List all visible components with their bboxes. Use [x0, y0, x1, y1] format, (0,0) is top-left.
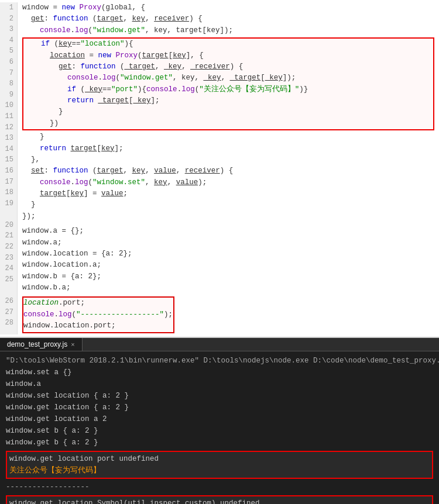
console-highlight-line: window.get location port undefined — [9, 453, 430, 465]
tab-demo-test-proxy[interactable]: demo_test_proxy.js × — [0, 338, 83, 351]
tab-label: demo_test_proxy.js — [7, 340, 67, 348]
code-line: console.log("------------------"); — [23, 309, 173, 320]
line-numbers: 1 2 3 4 5 6 7 8 9 10 11 12 13 14 15 16 1… — [0, 2, 18, 334]
code-line: window = new Proxy(global, { — [22, 2, 434, 13]
code-line: return _target[_key]; — [23, 95, 433, 106]
code-line: if (_key=="port"){console.log("关注公众号【妄为写… — [23, 84, 433, 95]
code-line: return target[key]; — [22, 143, 434, 154]
code-line: }); — [22, 211, 434, 222]
highlighted-block-1: if (key=="location"){ location = new Pro… — [22, 37, 434, 130]
code-line: console.log("window.get", key, target[ke… — [22, 25, 434, 36]
code-line: window.b = {a: 2}; — [22, 271, 434, 282]
code-line: window.location.port; — [23, 320, 173, 332]
code-line: }, — [22, 154, 434, 165]
code-line: if (key=="location"){ — [23, 39, 433, 50]
console-section: demo_test_proxy.js × "D:\tools\WebStorm … — [0, 338, 439, 505]
console-highlight-2: window.get location Symbol(util.inspect.… — [6, 495, 433, 505]
console-highlight-1: window.get location port undefined 关注公众号… — [6, 451, 433, 479]
code-line: window.a; — [22, 237, 434, 248]
code-line: get: function (target, key, receiver) { — [22, 13, 434, 25]
highlighted-block-2: location.port; console.log("------------… — [22, 296, 174, 333]
code-line: get: function (_target, _key, _receiver)… — [23, 61, 433, 73]
console-highlight-line: window.get location Symbol(util.inspect.… — [9, 498, 430, 505]
console-cmd-line: "D:\tools\WebStorm 2018.2.1\bin\runnerw.… — [6, 355, 433, 367]
console-line: window.a — [6, 378, 433, 390]
console-line: window.set location { a: 2 } — [6, 390, 433, 402]
console-output: "D:\tools\WebStorm 2018.2.1\bin\runnerw.… — [0, 351, 439, 505]
app-container: 1 2 3 4 5 6 7 8 9 10 11 12 13 14 15 16 1… — [0, 0, 439, 504]
console-separator: ------------------- — [6, 481, 433, 493]
code-line: } — [23, 106, 433, 118]
console-line: window.set a {} — [6, 367, 433, 378]
code-line: }) — [23, 118, 433, 129]
console-line: window.get b { a: 2 } — [6, 437, 433, 448]
console-highlight-line: 关注公众号【妄为写代码】 — [9, 465, 430, 477]
code-line: window.location.a; — [22, 260, 434, 271]
code-line: target[key] = value; — [22, 188, 434, 199]
code-editor: 1 2 3 4 5 6 7 8 9 10 11 12 13 14 15 16 1… — [0, 0, 439, 338]
tab-close-button[interactable]: × — [71, 341, 74, 348]
console-line: window.get location { a: 2 } — [6, 402, 433, 413]
code-area: 1 2 3 4 5 6 7 8 9 10 11 12 13 14 15 16 1… — [0, 0, 439, 337]
code-line: } — [22, 199, 434, 210]
code-line: window.a = {}; — [22, 226, 434, 237]
console-line: window.set b { a: 2 } — [6, 425, 433, 437]
code-line: set: function (target, key, value, recei… — [22, 165, 434, 177]
code-line: window.location = {a: 2}; — [22, 248, 434, 260]
code-line: } — [22, 132, 434, 143]
code-line: location = new Proxy(target[key], { — [23, 50, 433, 61]
code-line: console.log("window.set", key, value); — [22, 177, 434, 188]
tab-bar: demo_test_proxy.js × — [0, 338, 439, 351]
code-content: window = new Proxy(global, { get: functi… — [18, 2, 439, 334]
console-line: window.get location a 2 — [6, 413, 433, 425]
code-line: console.log("window.get", key, _key, _ta… — [23, 73, 433, 84]
code-line: location.port; — [23, 298, 173, 309]
code-line: window.b.a; — [22, 282, 434, 294]
